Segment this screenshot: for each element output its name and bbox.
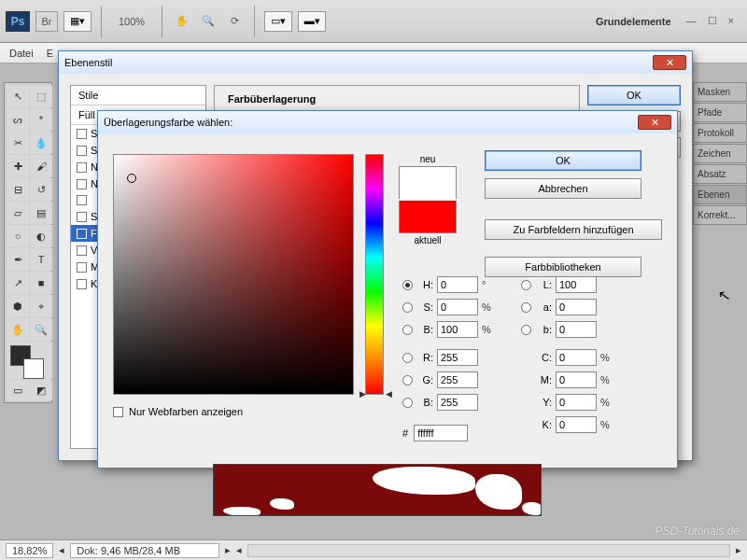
healing-tool-icon[interactable]: ✚ — [7, 155, 29, 177]
arrange-documents-dropdown[interactable]: ▭▾ — [264, 11, 292, 32]
styles-header[interactable]: Stile — [71, 86, 205, 105]
input-l[interactable] — [556, 276, 597, 293]
input-s[interactable] — [437, 299, 478, 315]
3d-tool-icon[interactable]: ⬢ — [7, 295, 29, 317]
radio-bb[interactable] — [521, 325, 531, 335]
ok-button[interactable]: OK — [485, 150, 641, 171]
saturation-brightness-field[interactable] — [113, 154, 354, 395]
panel-tab-characters[interactable]: Zeichen — [693, 144, 747, 163]
zoom-level-display[interactable]: 100% — [111, 16, 152, 27]
color-swatch-control[interactable] — [7, 342, 52, 379]
radio-h[interactable] — [402, 280, 413, 290]
stamp-tool-icon[interactable]: ⊟ — [7, 178, 29, 201]
marquee-tool-icon[interactable]: ⬚ — [30, 85, 52, 107]
radio-g[interactable] — [402, 375, 413, 385]
status-zoom[interactable]: 18,82% — [6, 543, 53, 558]
lasso-tool-icon[interactable]: ᔕ — [7, 108, 29, 131]
checkbox[interactable] — [113, 407, 123, 417]
maximize-icon[interactable]: ☐ — [708, 15, 717, 27]
hue-slider[interactable] — [365, 154, 384, 395]
input-b[interactable] — [437, 394, 478, 411]
path-select-icon[interactable]: ↗ — [7, 272, 29, 294]
status-menu-icon[interactable]: ▸ — [225, 544, 231, 556]
menu-file[interactable]: Datei — [9, 48, 34, 59]
input-bv[interactable] — [437, 321, 478, 338]
type-tool-icon[interactable]: T — [30, 248, 52, 271]
brush-tool-icon[interactable]: 🖌 — [30, 155, 52, 177]
web-colors-checkbox-row[interactable]: Nur Webfarben anzeigen — [113, 406, 243, 417]
checkbox[interactable] — [77, 129, 87, 139]
section-heading: Farbüberlagerung — [228, 93, 570, 105]
input-g[interactable] — [437, 371, 478, 388]
panel-dock: Masken Pfade Protokoll Zeichen Absatz Eb… — [693, 82, 747, 225]
close-icon[interactable]: × — [728, 15, 734, 27]
radio-b[interactable] — [402, 325, 413, 335]
close-icon[interactable]: ✕ — [638, 115, 671, 130]
menu-edit[interactable]: E — [47, 48, 53, 59]
scroll-left-icon[interactable]: ◂ — [236, 544, 242, 556]
radio-a[interactable] — [521, 302, 531, 313]
panel-tab-layers[interactable]: Ebenen — [693, 185, 747, 204]
input-c[interactable] — [556, 349, 597, 366]
eraser-tool-icon[interactable]: ▱ — [7, 202, 29, 224]
scroll-right-icon[interactable]: ▸ — [736, 544, 741, 556]
panel-tab-adjustments[interactable]: Korrekt... — [693, 205, 747, 225]
camera-tool-icon[interactable]: ⌖ — [30, 295, 52, 317]
radio-l[interactable] — [521, 280, 531, 290]
cancel-button[interactable]: Abbrechen — [485, 178, 641, 199]
mouse-cursor-icon: ↖ — [716, 286, 731, 305]
input-h[interactable] — [437, 276, 478, 293]
input-a[interactable] — [556, 299, 597, 315]
input-bb[interactable] — [556, 321, 597, 338]
dialog-titlebar[interactable]: Ebenenstil ✕ — [59, 51, 692, 74]
radio-bl[interactable] — [402, 398, 413, 408]
gradient-tool-icon[interactable]: ▤ — [30, 202, 52, 224]
separator — [162, 6, 162, 37]
shape-tool-icon[interactable]: ■ — [30, 272, 52, 294]
hand-tool-icon[interactable]: ✋ — [172, 11, 192, 32]
radio-s[interactable] — [402, 302, 413, 313]
dialog-titlebar[interactable]: Überlagerungsfarbe wählen: ✕ — [98, 111, 677, 133]
quickmask-icon[interactable]: ◩ — [30, 380, 53, 400]
canvas-brush-preview — [213, 464, 542, 516]
ok-button[interactable]: OK — [587, 85, 681, 105]
move-tool-icon[interactable]: ↖ — [7, 85, 29, 107]
view-grid-dropdown[interactable]: ▦▾ — [63, 11, 92, 32]
horizontal-scrollbar[interactable] — [247, 544, 730, 557]
dodge-tool-icon[interactable]: ◐ — [30, 225, 52, 247]
zoom-tool-icon[interactable]: 🔍 — [30, 318, 52, 341]
history-brush-icon[interactable]: ↺ — [30, 178, 52, 201]
screen-mode-dropdown[interactable]: ▬▾ — [298, 11, 326, 32]
eyedropper-tool-icon[interactable]: 💧 — [30, 132, 52, 154]
dialog-title: Ebenenstil — [64, 57, 112, 68]
label-h: H: — [416, 279, 433, 290]
input-y[interactable] — [556, 394, 597, 411]
blur-tool-icon[interactable]: ○ — [7, 225, 29, 247]
rotate-view-icon[interactable]: ⟳ — [224, 11, 245, 32]
panel-tab-history[interactable]: Protokoll — [693, 123, 747, 143]
hue-pointer-left-icon: ▶ — [359, 389, 366, 399]
hex-input[interactable] — [414, 425, 468, 441]
crop-tool-icon[interactable]: ✂ — [7, 132, 29, 154]
wand-tool-icon[interactable]: * — [30, 108, 52, 131]
panel-tab-paths[interactable]: Pfade — [693, 103, 747, 122]
status-doc-size[interactable]: Dok: 9,46 MB/28,4 MB — [70, 543, 219, 558]
input-r[interactable] — [437, 349, 478, 366]
panel-tab-paragraph[interactable]: Absatz — [693, 164, 747, 184]
pen-tool-icon[interactable]: ✒ — [7, 248, 29, 271]
zoom-tool-icon[interactable]: 🔍 — [198, 11, 218, 32]
panel-tab-masks[interactable]: Masken — [693, 82, 747, 102]
add-to-swatches-button[interactable]: Zu Farbfeldern hinzufügen — [485, 219, 662, 240]
scroll-left-icon[interactable]: ◂ — [59, 544, 64, 556]
bridge-icon[interactable]: Br — [35, 11, 58, 32]
standard-mode-icon[interactable]: ▭ — [7, 380, 30, 400]
minimize-icon[interactable]: — — [686, 15, 697, 27]
input-k[interactable] — [556, 416, 597, 433]
close-icon[interactable]: ✕ — [653, 55, 686, 70]
new-color-swatch[interactable] — [399, 166, 457, 199]
workspace-switcher[interactable]: Grundelemente — [586, 16, 681, 27]
hand-tool-icon[interactable]: ✋ — [7, 318, 29, 341]
current-color-swatch[interactable] — [399, 201, 457, 233]
input-m[interactable] — [556, 371, 597, 388]
radio-r[interactable] — [402, 353, 413, 363]
